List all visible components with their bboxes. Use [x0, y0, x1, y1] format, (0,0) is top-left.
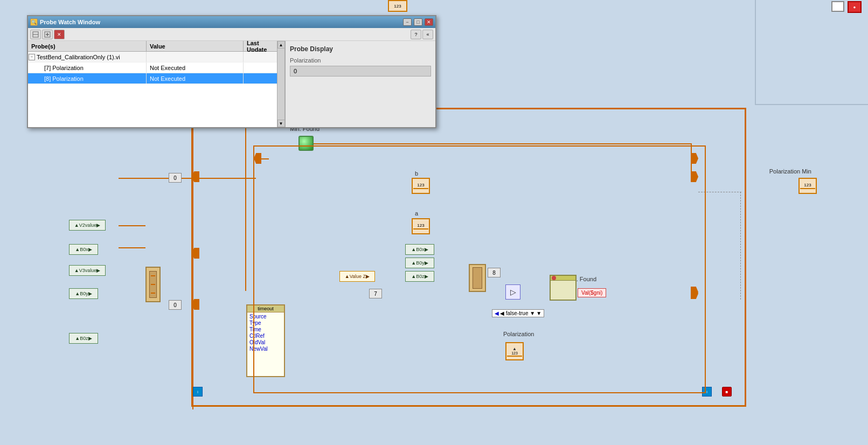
b0y-left-control[interactable]: ▲B0y▶ [69, 288, 98, 299]
maximize-button[interactable]: □ [414, 18, 422, 26]
probe-group-name: TestBend_CalibrationOnly (1).vi [36, 52, 147, 62]
polarization-min-label: Polarization Min [769, 168, 811, 175]
top-right-white-indicator [831, 1, 844, 12]
top-right-panel [755, 0, 868, 105]
b0z-left-control[interactable]: ▲B0z▶ [69, 333, 98, 344]
probe-7-value: Not Executed [147, 62, 244, 73]
probe-display-value: 0 [290, 66, 431, 77]
probe-display-title: Probe Display [290, 45, 431, 53]
bundle-node-left [145, 267, 161, 302]
wire-h1 [119, 178, 194, 179]
probe-8-name: [8] Polarization [43, 73, 147, 84]
scroll-down-button[interactable]: ▼ [277, 120, 285, 127]
const-0-top: 0 [169, 173, 182, 183]
probes-column-header: Probe(s) [28, 41, 147, 51]
wire-h2 [119, 247, 145, 248]
help-toolbar-button[interactable]: ? [411, 30, 421, 39]
value-column-header: Value [147, 41, 244, 51]
probe-titlebar: 🔍 Probe Watch Window − □ ✕ [28, 16, 435, 28]
b0x-left-control[interactable]: ▲B0x▶ [69, 244, 98, 255]
probe-toolbar: ✕ ? « [28, 28, 435, 41]
probe-table-area: Probe(s) Value Last Update − TestBend_Ca… [28, 41, 277, 127]
const-0-bottom: 0 [169, 300, 182, 310]
probe-row-8-polarization[interactable]: [8] Polarization Not Executed [28, 73, 277, 84]
top-right-red-indicator: ● [848, 1, 862, 13]
probe-content: Probe(s) Value Last Update − TestBend_Ca… [28, 41, 435, 127]
probe-rows: − TestBend_CalibrationOnly (1).vi [7] Po… [28, 52, 277, 127]
probe-8-update [244, 73, 277, 84]
probe-group-row[interactable]: − TestBend_CalibrationOnly (1).vi [28, 52, 277, 62]
polarization-min-numeric: 123 [798, 178, 817, 194]
top-numeric-indicator: 123 [388, 0, 407, 12]
minimize-button[interactable]: − [403, 18, 412, 26]
probe-scrollbar[interactable]: ▲ ▼ [277, 41, 284, 127]
expand-collapse-button[interactable]: − [29, 54, 35, 60]
inner-loop-border [253, 145, 706, 393]
scroll-up-button[interactable]: ▲ [277, 41, 285, 48]
wire-h3 [119, 225, 145, 226]
remove-toolbar-button[interactable]: ✕ [54, 30, 65, 39]
close-button[interactable]: ✕ [425, 18, 433, 26]
v3value-control[interactable]: ▲V3value▶ [69, 265, 106, 276]
reset-toolbar-button[interactable] [30, 30, 41, 39]
probe-window-icon: 🔍 [30, 18, 38, 26]
probe-window-title: Probe Watch Window [40, 19, 401, 25]
probe-row-7-polarization[interactable]: [7] Polarization Not Executed [28, 62, 277, 73]
probe-8-value: Not Executed [147, 73, 244, 84]
collapse-toolbar-button[interactable]: « [422, 30, 433, 39]
probe-7-name: [7] Polarization [43, 62, 147, 73]
probe-table-header: Probe(s) Value Last Update [28, 41, 277, 52]
probe-display-panel: Probe Display Polarization 0 [284, 41, 435, 127]
probe-watch-window[interactable]: 🔍 Probe Watch Window − □ ✕ ✕ ? « Probe(s… [27, 15, 436, 128]
add-toolbar-button[interactable] [42, 30, 53, 39]
last-update-column-header: Last Update [244, 41, 269, 51]
v2value-control[interactable]: ▲V2value▶ [69, 220, 106, 231]
probe-display-label: Polarization [290, 57, 431, 64]
probe-7-update [244, 62, 277, 73]
